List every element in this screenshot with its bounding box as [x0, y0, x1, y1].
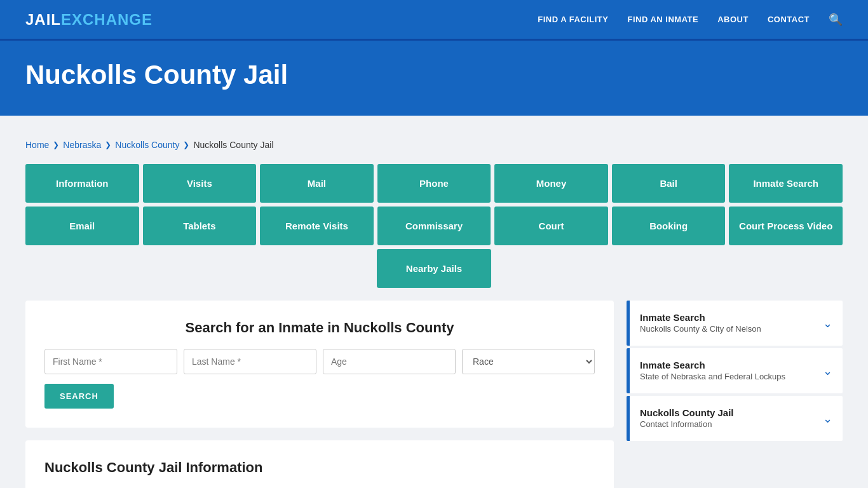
- main-nav: FIND A FACILITY FIND AN INMATE ABOUT CON…: [538, 13, 843, 27]
- last-name-input[interactable]: [184, 349, 316, 374]
- logo-exchange: EXCHANGE: [61, 11, 153, 28]
- breadcrumb-sep-3: ❯: [183, 140, 189, 149]
- site-logo[interactable]: JAILEXCHANGE: [25, 11, 153, 29]
- first-name-input[interactable]: [44, 349, 177, 374]
- breadcrumb-home[interactable]: Home: [25, 140, 49, 150]
- logo-jail: JAIL: [25, 11, 61, 28]
- site-header: JAILEXCHANGE FIND A FACILITY FIND AN INM…: [0, 0, 868, 41]
- chevron-down-icon: ⌄: [823, 412, 832, 426]
- chevron-down-icon: ⌄: [823, 364, 832, 378]
- chevron-down-icon: ⌄: [823, 316, 832, 330]
- breadcrumb-sep-2: ❯: [105, 140, 111, 149]
- form-row-1: RaceWhiteBlackHispanicAsianOther: [44, 349, 595, 374]
- nav-contact[interactable]: CONTACT: [768, 15, 810, 24]
- grid-row-3: Nearby Jails: [25, 249, 843, 288]
- breadcrumb-county[interactable]: Nuckolls County: [115, 140, 179, 150]
- btn-money[interactable]: Money: [494, 164, 608, 203]
- sidebar-item-subtitle: Contact Information: [640, 419, 712, 429]
- sidebar-item-text: Inmate Search State of Nebraska and Fede…: [640, 360, 785, 382]
- sidebar-item[interactable]: Inmate Search Nuckolls County & City of …: [627, 301, 843, 346]
- sidebar-item-subtitle: Nuckolls County & City of Nelson: [640, 324, 761, 334]
- sidebar-item-title: Inmate Search: [640, 360, 785, 370]
- sidebar-item[interactable]: Inmate Search State of Nebraska and Fede…: [627, 348, 843, 393]
- btn-court[interactable]: Court: [494, 207, 608, 245]
- breadcrumb-sep-1: ❯: [53, 140, 59, 149]
- main-content: Search for an Inmate in Nuckolls County …: [25, 301, 843, 488]
- age-input[interactable]: [323, 349, 456, 374]
- hero-section: Nuckolls County Jail: [0, 41, 868, 116]
- btn-nearby-jails[interactable]: Nearby Jails: [377, 249, 492, 288]
- sidebar-item-subtitle: State of Nebraska and Federal Lockups: [640, 372, 785, 381]
- btn-tablets[interactable]: Tablets: [143, 207, 257, 245]
- btn-phone[interactable]: Phone: [377, 164, 491, 203]
- btn-bail[interactable]: Bail: [612, 164, 726, 203]
- btn-email[interactable]: Email: [25, 207, 139, 245]
- search-button[interactable]: SEARCH: [44, 384, 114, 409]
- btn-visits[interactable]: Visits: [143, 164, 257, 203]
- btn-remote-visits[interactable]: Remote Visits: [260, 207, 374, 245]
- race-select[interactable]: RaceWhiteBlackHispanicAsianOther: [462, 349, 595, 374]
- btn-mail[interactable]: Mail: [260, 164, 374, 203]
- breadcrumb-current: Nuckolls County Jail: [193, 140, 273, 150]
- jail-info-title: Nuckolls County Jail Information: [44, 459, 595, 476]
- sidebar-item-text: Nuckolls County Jail Contact Information: [640, 407, 734, 430]
- btn-court-process-video[interactable]: Court Process Video: [729, 207, 843, 245]
- btn-information[interactable]: Information: [25, 164, 139, 203]
- breadcrumb-nebraska[interactable]: Nebraska: [63, 140, 101, 150]
- left-column: Search for an Inmate in Nuckolls County …: [25, 301, 614, 488]
- sidebar: Inmate Search Nuckolls County & City of …: [627, 301, 843, 444]
- search-icon[interactable]: 🔍: [829, 13, 843, 27]
- grid-row-1: Information Visits Mail Phone Money Bail…: [25, 164, 843, 203]
- sidebar-item[interactable]: Nuckolls County Jail Contact Information…: [627, 396, 843, 441]
- sidebar-item-title: Nuckolls County Jail: [640, 407, 734, 418]
- btn-booking[interactable]: Booking: [612, 207, 726, 245]
- breadcrumb: Home ❯ Nebraska ❯ Nuckolls County ❯ Nuck…: [25, 128, 843, 164]
- grid-row-2: Email Tablets Remote Visits Commissary C…: [25, 207, 843, 245]
- jail-info-section: Nuckolls County Jail Information: [25, 440, 614, 488]
- content-wrapper: Home ❯ Nebraska ❯ Nuckolls County ❯ Nuck…: [0, 116, 868, 488]
- nav-about[interactable]: ABOUT: [717, 15, 749, 24]
- sidebar-item-text: Inmate Search Nuckolls County & City of …: [640, 312, 761, 334]
- sidebar-item-title: Inmate Search: [640, 312, 761, 323]
- page-title: Nuckolls County Jail: [25, 60, 843, 90]
- inmate-search-title: Search for an Inmate in Nuckolls County: [44, 320, 595, 336]
- nav-find-facility[interactable]: FIND A FACILITY: [538, 15, 608, 24]
- btn-commissary[interactable]: Commissary: [377, 207, 491, 245]
- nav-find-inmate[interactable]: FIND AN INMATE: [627, 15, 698, 24]
- inmate-search-card: Search for an Inmate in Nuckolls County …: [25, 301, 614, 428]
- btn-inmate-search[interactable]: Inmate Search: [729, 164, 843, 203]
